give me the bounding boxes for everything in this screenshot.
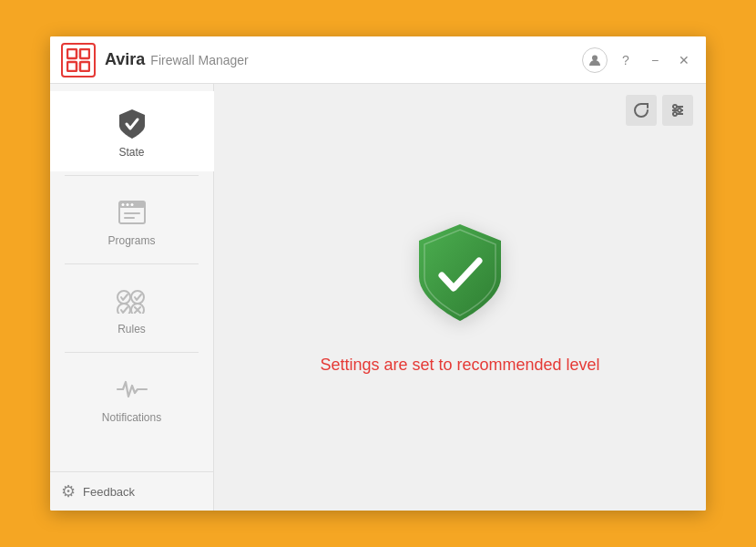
svg-point-4 — [592, 55, 598, 60]
notifications-icon — [116, 373, 148, 406]
sidebar-notifications-label: Notifications — [102, 411, 161, 424]
sidebar: State — [50, 84, 214, 511]
svg-point-22 — [673, 105, 677, 108]
sidebar-state-label: State — [118, 146, 144, 159]
help-button[interactable]: ? — [615, 49, 637, 71]
status-text: Settings are set to recommended level — [320, 356, 599, 375]
sidebar-item-programs[interactable]: Programs — [50, 180, 213, 260]
titlebar: Avira Firewall Manager ? − ✕ — [50, 36, 706, 84]
svg-rect-11 — [124, 217, 135, 219]
feedback-label: Feedback — [83, 485, 135, 499]
svg-point-9 — [130, 203, 133, 206]
body: State — [50, 84, 706, 511]
sidebar-item-notifications[interactable]: Notifications — [50, 356, 213, 437]
user-button[interactable] — [582, 47, 608, 73]
sidebar-programs-label: Programs — [107, 234, 155, 247]
programs-icon — [116, 196, 148, 229]
minimize-button[interactable]: − — [644, 49, 666, 71]
sidebar-divider-2 — [65, 263, 199, 264]
svg-rect-10 — [124, 212, 140, 214]
main-panel: Settings are set to recommended level — [214, 84, 706, 511]
svg-point-13 — [131, 291, 144, 304]
main-content: Settings are set to recommended level — [214, 84, 706, 511]
svg-rect-1 — [80, 49, 89, 58]
main-toolbar — [626, 95, 693, 126]
feedback-icon: ⚙ — [61, 481, 76, 501]
app-logo — [61, 43, 96, 77]
svg-point-12 — [117, 291, 130, 304]
sidebar-nav: State — [50, 84, 213, 471]
app-window: Avira Firewall Manager ? − ✕ — [50, 36, 706, 511]
window-controls: ? − ✕ — [582, 47, 695, 73]
sidebar-divider-3 — [65, 352, 199, 353]
svg-point-15 — [131, 304, 144, 314]
svg-point-7 — [121, 203, 124, 206]
svg-point-24 — [673, 112, 677, 116]
close-button[interactable]: ✕ — [673, 49, 695, 71]
status-text-after: level — [562, 356, 600, 374]
rules-icon — [116, 284, 148, 317]
svg-rect-3 — [80, 62, 89, 71]
state-icon — [116, 108, 148, 140]
settings-button[interactable] — [662, 95, 693, 126]
svg-rect-0 — [67, 49, 77, 58]
sidebar-divider-1 — [65, 175, 199, 176]
refresh-button[interactable] — [626, 95, 657, 126]
status-text-highlight: recommended — [457, 356, 562, 374]
svg-point-8 — [126, 203, 128, 206]
svg-point-23 — [678, 108, 681, 112]
svg-rect-2 — [67, 62, 77, 71]
app-name: Avira — [105, 50, 145, 69]
sidebar-item-rules[interactable]: Rules — [50, 268, 213, 348]
sidebar-item-state[interactable]: State — [50, 91, 213, 171]
status-text-before: Settings are set to — [320, 356, 456, 374]
sidebar-rules-label: Rules — [117, 323, 146, 335]
feedback-button[interactable]: ⚙ Feedback — [50, 471, 213, 511]
app-subtitle: Firewall Manager — [150, 53, 248, 67]
status-shield — [410, 221, 510, 334]
